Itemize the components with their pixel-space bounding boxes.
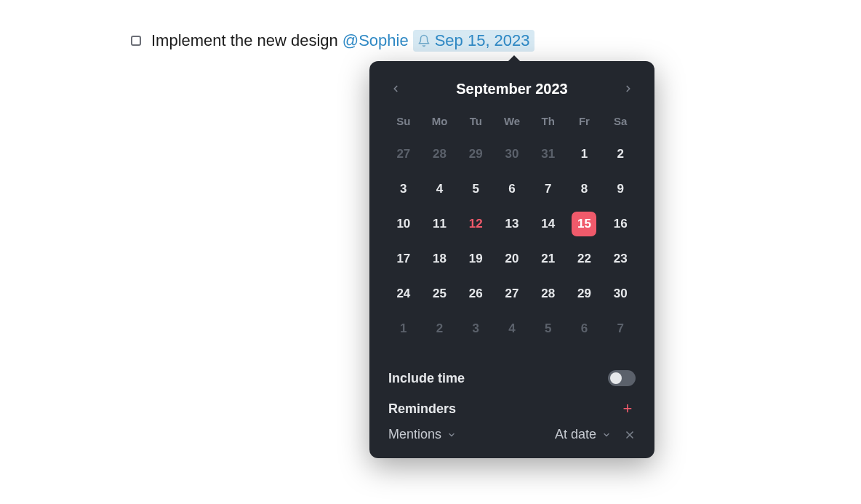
calendar-day[interactable]: 13: [494, 212, 530, 236]
calendar-day[interactable]: 1: [566, 142, 603, 167]
calendar-day[interactable]: 22: [566, 247, 603, 271]
calendar-day[interactable]: 27: [494, 281, 530, 306]
include-time-toggle[interactable]: [608, 370, 636, 386]
date-picker-popover: September 2023 SuMoTuWeThFrSa27282930311…: [369, 61, 654, 458]
calendar-day[interactable]: 10: [385, 212, 422, 236]
task-mention[interactable]: @Sophie: [343, 31, 409, 50]
calendar-day[interactable]: 31: [530, 142, 566, 167]
calendar-day[interactable]: 18: [422, 247, 458, 271]
calendar-day[interactable]: 15: [572, 212, 596, 236]
calendar-day[interactable]: 14: [530, 212, 566, 236]
calendar-day[interactable]: 4: [494, 316, 530, 341]
calendar-day[interactable]: 9: [602, 177, 638, 201]
calendar-day[interactable]: 28: [530, 281, 566, 306]
calendar-day[interactable]: 28: [422, 142, 458, 167]
bell-icon: [417, 34, 430, 47]
calendar-day[interactable]: 30: [494, 142, 530, 167]
calendar-day[interactable]: 1: [385, 316, 422, 341]
calendar-day[interactable]: 3: [385, 177, 422, 201]
calendar-day[interactable]: 4: [422, 177, 458, 201]
reminders-label: Reminders: [388, 401, 456, 417]
calendar-day[interactable]: 29: [457, 142, 494, 167]
chevron-down-icon: [447, 431, 456, 439]
calendar-day[interactable]: 12: [457, 212, 494, 236]
calendar-day[interactable]: 5: [457, 177, 494, 201]
calendar-dow: Sa: [602, 115, 638, 127]
calendar-day[interactable]: 2: [422, 316, 458, 341]
calendar-dow: Mo: [422, 115, 458, 127]
reminder-type-label: Mentions: [388, 427, 441, 442]
calendar-day[interactable]: 7: [602, 316, 638, 341]
calendar-day[interactable]: 6: [566, 316, 603, 341]
calendar-day[interactable]: 25: [422, 281, 458, 306]
calendar-dow: Th: [530, 115, 566, 127]
task-date-chip[interactable]: Sep 15, 2023: [413, 30, 534, 52]
calendar-day[interactable]: 6: [494, 177, 530, 201]
calendar-dow: Fr: [566, 115, 603, 127]
reminder-type-select[interactable]: Mentions: [388, 427, 456, 442]
calendar-day[interactable]: 16: [602, 212, 638, 236]
add-reminder-button[interactable]: +: [620, 399, 636, 418]
calendar-day[interactable]: 2: [602, 142, 638, 167]
calendar-day[interactable]: 11: [422, 212, 458, 236]
reminder-timing-label: At date: [555, 427, 596, 442]
calendar-day[interactable]: 3: [457, 316, 494, 341]
calendar-dow: Su: [385, 115, 422, 127]
calendar-grid: SuMoTuWeThFrSa27282930311234567891011121…: [385, 115, 638, 341]
prev-month-button[interactable]: [385, 79, 406, 99]
next-month-button[interactable]: [618, 79, 638, 99]
calendar-day[interactable]: 24: [385, 281, 422, 306]
include-time-row: Include time: [385, 361, 638, 395]
calendar-header: September 2023: [385, 79, 638, 99]
calendar-day[interactable]: 7: [530, 177, 566, 201]
remove-reminder-button[interactable]: [624, 429, 636, 441]
calendar-day[interactable]: 20: [494, 247, 530, 271]
calendar-day[interactable]: 29: [566, 281, 603, 306]
calendar-day[interactable]: 8: [566, 177, 603, 201]
calendar-title: September 2023: [456, 81, 567, 97]
task-checkbox[interactable]: [131, 36, 141, 46]
include-time-label: Include time: [388, 371, 465, 386]
calendar-day[interactable]: 17: [385, 247, 422, 271]
reminder-timing-select[interactable]: At date: [555, 427, 611, 442]
task-text: Implement the new design: [151, 31, 338, 50]
reminders-row: Reminders +: [385, 395, 638, 421]
calendar-day[interactable]: 19: [457, 247, 494, 271]
reminder-item: Mentions At date: [385, 421, 638, 442]
calendar-dow: Tu: [457, 115, 494, 127]
task-line: Implement the new design @Sophie Sep 15,…: [131, 30, 534, 52]
calendar-day[interactable]: 23: [602, 247, 638, 271]
calendar-day[interactable]: 30: [602, 281, 638, 306]
calendar-day[interactable]: 26: [457, 281, 494, 306]
calendar-day[interactable]: 27: [385, 142, 422, 167]
calendar-dow: We: [494, 115, 530, 127]
calendar-day[interactable]: 21: [530, 247, 566, 271]
task-date-text: Sep 15, 2023: [435, 31, 530, 50]
chevron-down-icon: [602, 431, 611, 439]
calendar-day[interactable]: 5: [530, 316, 566, 341]
